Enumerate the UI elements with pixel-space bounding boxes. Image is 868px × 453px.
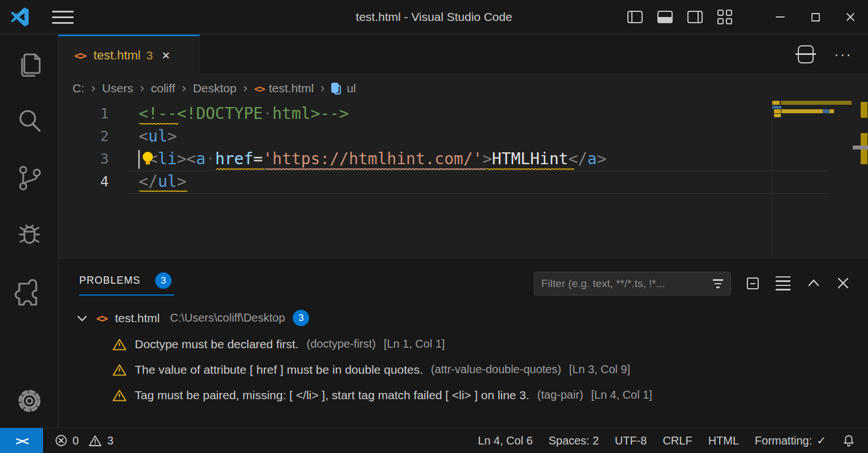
code-line-1[interactable]: 1<!--<!DOCTYPE·html>-->: [59, 102, 772, 125]
breadcrumb-file[interactable]: <> test.html: [254, 82, 314, 95]
tab-test-html[interactable]: <> test.html 3 ×: [58, 35, 200, 74]
title-bar: test.html - Visual Studio Code: [0, 0, 868, 34]
tab-problems[interactable]: PROBLEMS 3: [79, 272, 172, 289]
activity-bar: [0, 35, 58, 428]
file-problem-badge: 3: [293, 310, 309, 326]
encoding-status[interactable]: UTF-8: [607, 428, 655, 453]
problems-tab-label: PROBLEMS: [79, 275, 140, 287]
problem-position: [Ln 4, Col 1]: [591, 388, 652, 401]
check-icon: ✓: [816, 434, 826, 447]
problems-file-group[interactable]: <> test.html C:\Users\coliff\Desktop 3: [76, 305, 309, 331]
code-lines: 1<!--<!DOCTYPE·html>-->2<ul>3 <li><a·hre…: [59, 102, 772, 193]
toggle-panel-icon[interactable]: [657, 11, 673, 23]
problem-source: (tag-pair): [537, 388, 583, 401]
warning-squiggle: ~~~~~~~~~~~~~~~~~~~~~~~~~~~~~~~~~~~~~~~~…: [139, 122, 178, 127]
filter-icon: [712, 279, 724, 288]
indentation-status[interactable]: Spaces: 2: [541, 428, 607, 453]
problems-filter[interactable]: [534, 272, 731, 296]
maximize-button[interactable]: [798, 0, 833, 34]
breadcrumb-drive[interactable]: C:: [72, 82, 84, 95]
breadcrumb-users[interactable]: Users: [102, 82, 133, 95]
customize-layout-icon[interactable]: [717, 10, 732, 24]
formatting-status[interactable]: Formatting: ✓: [747, 428, 834, 453]
search-icon[interactable]: [0, 101, 58, 141]
problems-panel: PROBLEMS 3 <> test.html C:\Users\coliff\…: [59, 258, 868, 428]
line-number: 4: [59, 173, 109, 190]
overview-ruler[interactable]: [855, 99, 868, 258]
chevron-down-icon: [76, 312, 88, 324]
code-line-3[interactable]: 3 <li><a·href='https://htmlhint.com/'>HT…: [59, 147, 772, 170]
breadcrumb: C: › Users › coliff › Desktop › <> test.…: [72, 78, 356, 99]
split-editor-icon[interactable]: [798, 45, 814, 63]
html-file-icon: <>: [96, 312, 107, 324]
minimap-line3: [829, 109, 834, 113]
code-line-4[interactable]: 4</ul>: [59, 170, 772, 193]
minimap-line2: [772, 106, 781, 109]
minimap-line1: [781, 101, 852, 105]
notifications-bell[interactable]: [834, 428, 863, 453]
more-actions-icon[interactable]: ···: [834, 46, 852, 63]
run-and-debug-icon[interactable]: [0, 215, 58, 254]
error-icon: [54, 434, 68, 447]
minimap-warning-mark: [772, 101, 780, 105]
breadcrumb-desktop[interactable]: Desktop: [193, 82, 237, 95]
extensions-icon[interactable]: [0, 271, 58, 311]
settings-gear-icon[interactable]: [0, 381, 58, 421]
status-bar: >< 0 3 Ln 4, Col 6 Spaces: 2 UTF-8 CRLF …: [0, 428, 868, 453]
view-as-table-icon[interactable]: [773, 273, 793, 293]
warning-squiggle: ~~~~~~~~~~~~~~~~~~~~~~~~~~~~~~~~~~~~~~~~…: [216, 168, 264, 173]
minimap[interactable]: [772, 99, 855, 258]
window-title: test.html - Visual Studio Code: [0, 0, 868, 34]
tab-close-icon[interactable]: ×: [162, 49, 170, 62]
source-control-icon[interactable]: [0, 158, 58, 198]
editor-tab-strip: <> test.html 3 × ···: [58, 35, 868, 74]
tab-label: test.html: [93, 48, 140, 63]
minimap-line3-link: [823, 109, 829, 113]
text-cursor: [138, 150, 140, 169]
toggle-secondary-sidebar-icon[interactable]: [687, 11, 703, 23]
remote-indicator[interactable]: ><: [0, 428, 43, 453]
code-editor[interactable]: 1<!--<!DOCTYPE·html>-->2<ul>3 <li><a·hre…: [59, 99, 868, 258]
cursor-position-status[interactable]: Ln 4, Col 6: [470, 428, 541, 453]
lightbulb-icon[interactable]: [142, 151, 154, 168]
close-panel-icon[interactable]: [833, 273, 853, 293]
problem-row[interactable]: Tag must be paired, missing: [ </li> ], …: [112, 382, 857, 408]
ruler-cursor-mark: [853, 146, 868, 149]
eol-status[interactable]: CRLF: [655, 428, 700, 453]
warning-triangle-icon: [112, 337, 127, 351]
problem-message: The value of attribute [ href ] must be …: [135, 363, 423, 377]
remote-icon: ><: [16, 434, 28, 448]
problems-count-badge: 3: [155, 272, 172, 289]
warning-triangle-icon: [112, 388, 127, 402]
breadcrumb-symbol-ul[interactable]: ul: [331, 82, 356, 95]
collapse-all-icon[interactable]: [743, 273, 762, 293]
problem-position: [Ln 3, Col 9]: [569, 363, 630, 376]
close-window-button[interactable]: [833, 0, 868, 34]
breadcrumb-coliff[interactable]: coliff: [151, 82, 176, 95]
minimize-button[interactable]: [763, 0, 798, 34]
warning-triangle-icon: [112, 363, 127, 377]
maximize-panel-icon[interactable]: [804, 273, 823, 293]
html-file-icon: <>: [254, 83, 264, 95]
warning-squiggle: ~~~~~~~~~~~~~~~~~~~~~~~~~~~~~~~~~~~~~~~~…: [486, 168, 574, 173]
errors-warnings-status[interactable]: 0 3: [46, 428, 121, 453]
toggle-primary-sidebar-icon[interactable]: [627, 11, 643, 23]
explorer-icon[interactable]: [0, 45, 58, 84]
minimap-line3: [781, 109, 823, 113]
problem-row[interactable]: Doctype must be declared first.(doctype-…: [112, 331, 857, 357]
problem-message: Doctype must be declared first.: [135, 337, 298, 351]
error-count: 0: [72, 434, 79, 447]
problems-filter-input[interactable]: [541, 277, 712, 290]
problem-row[interactable]: The value of attribute [ href ] must be …: [112, 357, 857, 382]
vscode-window: test.html - Visual Studio Code: [0, 0, 868, 453]
ruler-warning-block: [861, 102, 867, 118]
minimap-warning-mark: [774, 109, 781, 113]
current-line-border-bottom: [127, 193, 827, 194]
warning-squiggle: ~~~~~~~~~~~~~~~~~~~~~~~~~~~~~~~~~~~~~~~~…: [264, 168, 486, 173]
language-mode-status[interactable]: HTML: [700, 428, 747, 453]
active-tab-underline: [79, 294, 174, 296]
minimap-line4-mark: [774, 114, 781, 117]
code-line-2[interactable]: 2<ul>: [59, 125, 772, 147]
line-number: 1: [59, 105, 109, 122]
problems-file-name: test.html: [115, 311, 160, 325]
